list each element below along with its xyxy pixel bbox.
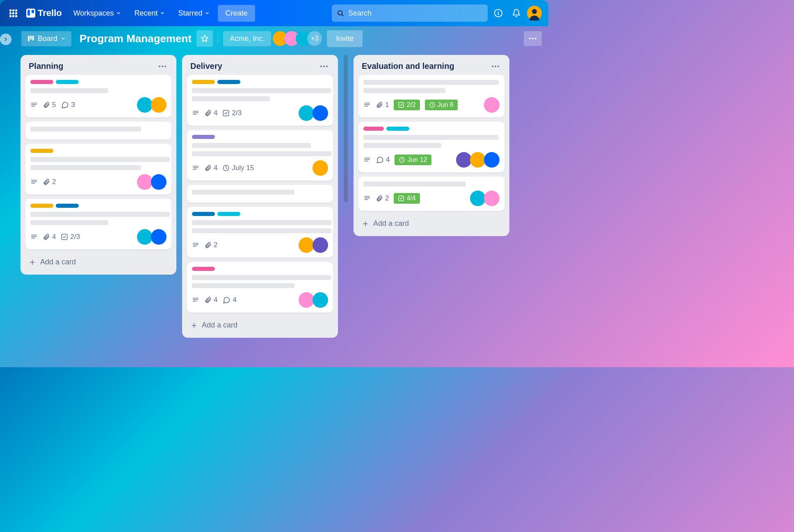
apps-menu-button[interactable]	[7, 7, 20, 20]
card-text-placeholder	[192, 283, 294, 288]
card[interactable]: 2	[25, 144, 171, 195]
search-bar[interactable]	[332, 5, 488, 22]
svg-rect-36	[193, 298, 198, 299]
card-label[interactable]	[217, 80, 240, 84]
card-member-avatar[interactable]	[484, 152, 500, 168]
card-member-avatar[interactable]	[151, 174, 167, 190]
card-member-avatar[interactable]	[313, 237, 328, 253]
svg-rect-12	[31, 103, 37, 104]
svg-rect-33	[193, 243, 198, 244]
card[interactable]: 42/3	[25, 199, 171, 250]
attachment-badge: 2	[43, 178, 56, 186]
card[interactable]: 44	[187, 262, 333, 313]
card-label[interactable]	[192, 135, 215, 139]
list-title[interactable]: Planning	[29, 61, 63, 71]
card-label[interactable]	[56, 204, 79, 208]
create-button[interactable]: Create	[218, 5, 255, 22]
svg-rect-45	[399, 102, 404, 107]
search-icon	[337, 9, 344, 17]
add-card-button[interactable]: Add a card	[24, 254, 173, 271]
card-member-avatar[interactable]	[470, 152, 486, 168]
card-member-avatar[interactable]	[456, 152, 472, 168]
due-date-complete-badge: Jun 6	[425, 100, 458, 110]
card[interactable]: 4July 15	[187, 130, 333, 181]
card-labels	[192, 212, 328, 216]
search-input[interactable]	[348, 9, 483, 18]
card-label[interactable]	[386, 127, 409, 131]
svg-rect-49	[364, 161, 368, 161]
card-member-avatar[interactable]	[299, 237, 314, 253]
list-title[interactable]: Evaluation and learning	[362, 61, 454, 71]
list-scrollbar[interactable]	[344, 55, 348, 202]
workspaces-menu[interactable]: Workspaces	[68, 6, 126, 21]
description-badge	[192, 164, 199, 172]
card-member-avatar[interactable]	[313, 292, 328, 308]
star-board-button[interactable]	[196, 30, 213, 47]
board-title[interactable]: Program Management	[80, 32, 192, 45]
card-label[interactable]	[192, 80, 215, 84]
description-badge	[192, 296, 199, 304]
card[interactable]: 53	[25, 75, 171, 118]
card-labels	[363, 127, 500, 131]
add-card-label: Add a card	[40, 258, 76, 266]
trello-logo[interactable]: Trello	[23, 8, 65, 18]
list-title[interactable]: Delivery	[190, 61, 222, 71]
svg-point-7	[532, 38, 534, 39]
card-label[interactable]	[30, 204, 53, 208]
list-menu-button[interactable]	[318, 64, 330, 69]
list-menu-button[interactable]	[490, 64, 501, 69]
add-card-button[interactable]: Add a card	[185, 317, 335, 334]
invite-button[interactable]: Invite	[327, 30, 363, 47]
attachment-badge: 2	[376, 194, 389, 202]
card-member-avatar[interactable]	[137, 174, 153, 190]
card[interactable]: 24/4	[358, 177, 504, 211]
card-member-avatar[interactable]	[484, 191, 500, 206]
add-card-button[interactable]: Add a card	[357, 215, 506, 232]
card[interactable]: 42/3	[187, 75, 333, 126]
card-label[interactable]	[217, 212, 240, 216]
sidebar-toggle[interactable]	[0, 34, 11, 45]
card-label[interactable]	[56, 80, 79, 84]
user-avatar[interactable]	[527, 6, 542, 20]
card-member-avatar[interactable]	[151, 229, 167, 245]
card[interactable]	[187, 185, 333, 203]
card-member-avatar[interactable]	[137, 229, 153, 245]
card-badges: 44	[192, 296, 237, 304]
svg-point-22	[320, 66, 322, 67]
card-member-avatar[interactable]	[299, 105, 314, 121]
list: Evaluation and learning12/2Jun 64Jun 122…	[354, 55, 509, 236]
card-label[interactable]	[30, 149, 53, 153]
card[interactable]: 2	[187, 207, 333, 258]
card-member-avatar[interactable]	[484, 97, 500, 113]
card-label[interactable]	[192, 212, 215, 216]
notifications-button[interactable]	[509, 6, 524, 20]
more-members-button[interactable]: +3	[307, 31, 322, 46]
svg-rect-15	[31, 180, 37, 181]
card-member-avatar[interactable]	[313, 105, 328, 121]
starred-menu[interactable]: Starred	[173, 6, 214, 21]
card-label[interactable]	[192, 267, 215, 271]
svg-rect-14	[31, 106, 35, 107]
recent-menu[interactable]: Recent	[129, 6, 170, 21]
board-menu-button[interactable]	[524, 31, 542, 46]
card-member-avatar[interactable]	[151, 97, 167, 113]
top-bar: Trello Workspaces Recent Starred Create	[0, 0, 548, 26]
workspace-label[interactable]: Acme, Inc.	[223, 31, 271, 46]
card-label[interactable]	[30, 80, 53, 84]
card-member-avatar[interactable]	[313, 160, 328, 176]
card-text-placeholder	[363, 135, 499, 140]
svg-rect-53	[364, 199, 368, 200]
list-menu-button[interactable]	[157, 64, 168, 69]
card[interactable]: 12/2Jun 6	[358, 75, 504, 118]
card[interactable]	[25, 122, 171, 140]
info-button[interactable]	[491, 6, 506, 20]
card-member-avatar[interactable]	[470, 191, 486, 206]
svg-rect-37	[193, 300, 198, 300]
card-member-avatar[interactable]	[299, 292, 314, 308]
card-label[interactable]	[363, 127, 384, 131]
card-member-avatar[interactable]	[137, 97, 153, 113]
card[interactable]: 4Jun 12	[358, 122, 504, 173]
board-view-switcher[interactable]: Board	[21, 31, 71, 46]
card-members	[139, 174, 167, 190]
svg-rect-43	[364, 105, 370, 105]
